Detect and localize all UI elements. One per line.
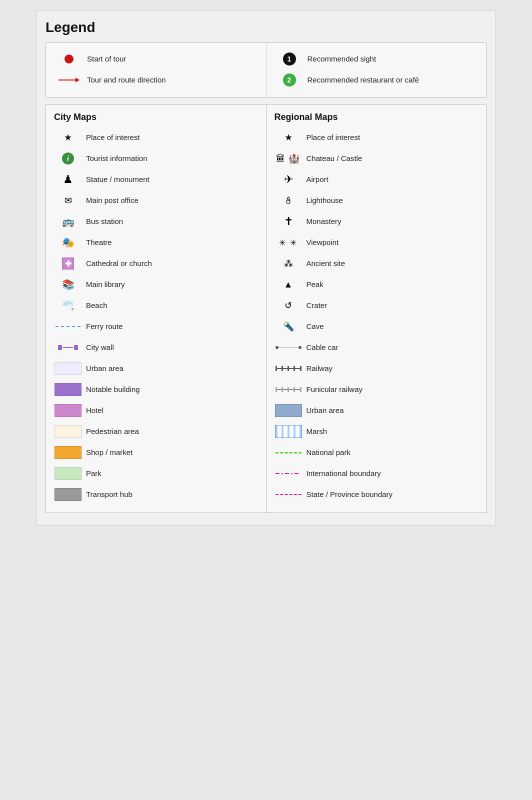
recommended-sight-row: 1 Recommended sight [276, 49, 478, 69]
statue-icon: ♟ [54, 173, 82, 186]
tourist-info-row: i Tourist information [54, 148, 258, 168]
theatre-icon: 🎭 [54, 236, 82, 248]
bus-station-icon: 🚌 [54, 216, 82, 228]
cable-car-label: Cable car [302, 342, 478, 352]
theatre-label: Theatre [82, 238, 258, 248]
railway-label: Railway [302, 364, 478, 374]
marsh-icon [274, 425, 302, 438]
tourist-info-label: Tourist information [82, 154, 258, 164]
airport-label: Airport [302, 174, 478, 184]
chateau-row: 🏛 🏰 Chateau / Castle [274, 148, 478, 168]
num-1-circle: 1 [283, 52, 296, 66]
start-of-tour-icon [55, 54, 83, 64]
intl-boundary-label: International boundary [302, 468, 478, 478]
national-park-icon [274, 452, 302, 454]
theatre-row: 🎭 Theatre [54, 232, 258, 252]
lighthouse-row: 🕯 Lighthouse [274, 190, 478, 210]
lighthouse-label: Lighthouse [302, 196, 478, 206]
recommended-restaurant-row: 2 Recommended restaurant or café [276, 70, 478, 90]
transport-hub-icon [54, 488, 82, 501]
cable-car-row: Cable car [274, 338, 478, 358]
peak-row: ▲ Peak [274, 274, 478, 294]
urban-area-row: Urban area [54, 358, 258, 378]
monastery-icon: ✝ [274, 215, 302, 228]
railway-icon [274, 365, 302, 372]
beach-row: 🦢 Beach [54, 296, 258, 316]
cave-label: Cave [302, 322, 478, 332]
city-place-of-interest-row: ★ Place of interest [54, 128, 258, 148]
red-arrow-icon [58, 78, 80, 82]
transport-hub-row: Transport hub [54, 484, 258, 504]
red-dot-icon [64, 54, 74, 64]
red-arrowhead [76, 78, 80, 82]
airport-row: ✈ Airport [274, 170, 478, 190]
tour-direction-label: Tour and route direction [83, 75, 257, 85]
library-row: 📚 Main library [54, 274, 258, 294]
state-boundary-row: State / Province boundary [274, 484, 478, 504]
regional-place-label: Place of interest [302, 132, 478, 142]
pedestrian-label: Pedestrian area [82, 426, 258, 436]
crater-label: Crater [302, 300, 478, 310]
ferry-route-label: Ferry route [82, 322, 258, 332]
pedestrian-row: Pedestrian area [54, 422, 258, 442]
cathedral-row: ✚ Cathedral or church [54, 254, 258, 274]
library-icon: 📚 [54, 278, 82, 290]
intl-boundary-row: International boundary [274, 464, 478, 484]
notable-building-icon [54, 383, 82, 396]
statue-row: ♟ Statue / monument [54, 170, 258, 190]
city-maps-title: City Maps [54, 112, 258, 122]
national-park-label: National park [302, 448, 478, 458]
viewpoint-row: ✳ ✳ Viewpoint [274, 232, 478, 252]
viewpoint-icon: ✳ ✳ [274, 238, 302, 248]
pedestrian-icon [54, 425, 82, 438]
crater-icon: ↺ [274, 300, 302, 311]
regional-urban-icon [274, 404, 302, 417]
hotel-label: Hotel [82, 406, 258, 416]
ancient-site-row: ⁂ Ancient site [274, 254, 478, 274]
recommended-restaurant-label: Recommended restaurant or café [304, 75, 478, 85]
airport-icon: ✈ [274, 173, 302, 186]
chateau-label: Chateau / Castle [302, 154, 478, 164]
num-2-circle: 2 [283, 74, 296, 86]
park-icon [54, 467, 82, 480]
marsh-label: Marsh [302, 426, 478, 436]
funicular-label: Funicular railway [302, 384, 478, 394]
intl-boundary-icon [274, 473, 302, 474]
city-wall-icon [54, 345, 82, 350]
shop-icon [54, 446, 82, 459]
recommended-sight-icon: 1 [276, 52, 304, 66]
top-left: Start of tour Tour and route direction [46, 43, 266, 97]
city-place-of-interest-label: Place of interest [82, 132, 258, 142]
hotel-row: Hotel [54, 400, 258, 420]
shop-row: Shop / market [54, 442, 258, 462]
bus-station-row: 🚌 Bus station [54, 212, 258, 232]
notable-building-label: Notable building [82, 384, 258, 394]
cave-icon: 🔦 [274, 321, 302, 332]
library-label: Main library [82, 280, 258, 290]
recommended-restaurant-icon: 2 [276, 74, 304, 86]
peak-icon: ▲ [274, 280, 302, 290]
regional-urban-row: Urban area [274, 400, 478, 420]
bus-station-label: Bus station [82, 216, 258, 226]
lighthouse-icon: 🕯 [274, 195, 302, 206]
cave-row: 🔦 Cave [274, 316, 478, 336]
city-star-icon: ★ [54, 132, 82, 143]
main-section: City Maps ★ Place of interest i Tourist … [46, 104, 486, 513]
notable-building-row: Notable building [54, 380, 258, 400]
viewpoint-label: Viewpoint [302, 238, 478, 248]
ferry-route-icon [54, 326, 82, 327]
legend-container: Legend Start of tour Tour and route dire… [36, 10, 496, 526]
marsh-row: Marsh [274, 422, 478, 442]
crater-row: ↺ Crater [274, 296, 478, 316]
tour-direction-icon [55, 78, 83, 82]
transport-hub-label: Transport hub [82, 490, 258, 500]
city-maps-column: City Maps ★ Place of interest i Tourist … [46, 105, 266, 512]
tour-direction-row: Tour and route direction [55, 70, 257, 90]
legend-title: Legend [46, 20, 486, 36]
statue-label: Statue / monument [82, 174, 258, 184]
shop-label: Shop / market [82, 448, 258, 458]
park-label: Park [82, 468, 258, 478]
ancient-site-icon: ⁂ [274, 258, 302, 269]
peak-label: Peak [302, 280, 478, 290]
cable-car-icon [274, 346, 302, 349]
